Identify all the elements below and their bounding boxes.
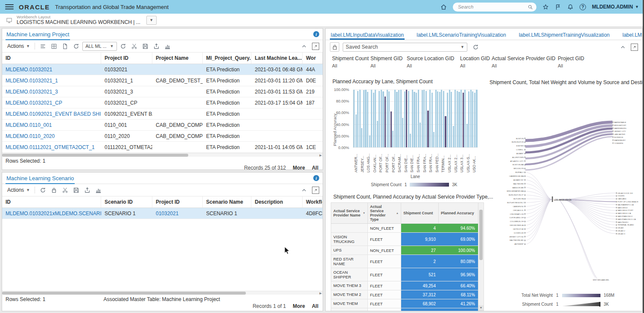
column-header[interactable]: Description [251, 196, 303, 208]
table-row[interactable]: MLDEMO.0110_0010110_001CAB_DEMO_COMPLE..… [2, 120, 323, 131]
maximize-icon[interactable] [312, 187, 319, 194]
chart-icon[interactable] [163, 41, 172, 51]
filter-shipment-gid[interactable]: Shipment GIDAll [370, 56, 402, 68]
row-id-link[interactable]: MLDEMO.01032021xMLDEMO.SCENARIO 1 [2, 208, 101, 219]
filter-value[interactable]: All [332, 63, 369, 68]
user-menu[interactable]: MLDEMO.ADMIN ▼ [592, 4, 639, 10]
scrollbar-thumb[interactable] [479, 210, 483, 260]
filter-actual-service-provider-gid[interactable]: Actual Service Provider GIDAll [492, 56, 555, 68]
refresh-icon[interactable] [38, 185, 47, 195]
actions-menu-button[interactable]: Actions▼ [6, 43, 32, 49]
table-row[interactable]: MLDEMO.0110_20200110_2020CAB_DEMO_COMPLE… [2, 131, 323, 142]
row-id-link[interactable]: MLDEMO.01032021_1 [2, 75, 101, 86]
column-header[interactable]: Project ID [152, 196, 203, 208]
maximize-icon[interactable] [631, 44, 638, 51]
cut-icon[interactable] [60, 185, 70, 195]
row-id-link[interactable]: MLDEMO.01092021_EVENT BASED SHIPMENTS [2, 108, 101, 119]
tab-label-lmlshipmenttrainingvisualization[interactable]: label.LMLShipmentTrainingVisualization [518, 30, 611, 40]
column-header[interactable]: Scenario ID [101, 196, 152, 208]
workbench-layout-selector[interactable]: Workbench Layout LOGISTICS MACHINE LEARN… [17, 15, 140, 26]
column-header[interactable]: ID [2, 196, 101, 208]
horizontal-scrollbar[interactable]: ▶ [2, 291, 323, 295]
all-link[interactable]: All [312, 165, 318, 170]
tab-label-lmlinputdatavisualization[interactable]: label.LMLInputDataVisualization [330, 30, 405, 40]
column-header[interactable]: ID [2, 53, 101, 64]
cut-icon[interactable] [130, 41, 139, 51]
row-id-link[interactable]: MLDEMO.0110_001 [2, 120, 101, 130]
row-id-link[interactable]: MLDEMO.01032021_3 [2, 86, 101, 97]
table-row[interactable]: MLDEMO.01032021_301032021_3ETA Predictio… [2, 86, 323, 97]
filter-value[interactable]: All [492, 63, 555, 68]
save-icon[interactable] [71, 185, 81, 195]
provider-column-header[interactable]: Shipment Count [401, 203, 439, 223]
column-header[interactable]: Project ID [101, 53, 152, 64]
filter-shipment-count[interactable]: Shipment CountAll [332, 56, 369, 68]
table-row[interactable]: MLDEMO.0103202101032021ETA Prediction202… [2, 64, 323, 75]
column-header[interactable]: Scenario Name [203, 196, 251, 208]
lock-icon[interactable] [330, 42, 339, 52]
flag-icon[interactable] [555, 4, 561, 10]
scroll-right-icon[interactable]: ▶ [320, 291, 322, 295]
view-menu-icon[interactable] [38, 41, 47, 51]
export-icon[interactable] [152, 41, 161, 51]
collapse-icon[interactable] [299, 185, 309, 195]
lock-icon[interactable] [49, 185, 58, 195]
query-filter-select[interactable]: ALL ML ...▼ [82, 42, 117, 51]
scroll-right-icon[interactable]: ▶ [320, 153, 322, 157]
document-icon[interactable] [60, 41, 70, 51]
all-link[interactable]: All [312, 303, 318, 309]
hamburger-menu-icon[interactable] [5, 4, 14, 9]
favorites-icon[interactable] [542, 4, 549, 10]
provider-column-header[interactable]: Planned Accuracy [439, 203, 478, 223]
table-row[interactable]: MLDEMO.01092021_EVENT BASED SHIPMENTS010… [2, 108, 323, 120]
collapse-icon[interactable] [618, 42, 627, 52]
filter-value[interactable]: All [370, 63, 402, 68]
column-header[interactable]: Ml_Project_Query... [203, 53, 251, 64]
table-row[interactable]: MLDEMO.01112021_OTMETA2OCT_101112021_OTM… [2, 142, 323, 153]
row-id-link[interactable]: MLDEMO.01032021_CP [2, 97, 101, 108]
row-id-link[interactable]: MLDEMO.01032021 [2, 64, 101, 75]
save-icon[interactable] [141, 41, 150, 51]
column-header[interactable]: Wor [303, 53, 323, 64]
filter-value[interactable]: All [558, 63, 584, 68]
actions-menu-button[interactable]: Actions▼ [6, 187, 32, 193]
filter-location-gid[interactable]: Location GIDAll [460, 56, 490, 68]
scrollbar-thumb[interactable] [2, 154, 188, 157]
filter-value[interactable]: All [407, 63, 454, 68]
saved-search-select[interactable]: Saved Search▼ [343, 43, 467, 52]
info-icon[interactable]: i [313, 175, 319, 181]
refresh-icon[interactable] [119, 41, 128, 51]
grid-view-icon[interactable] [49, 41, 58, 51]
filter-source-location-gid[interactable]: Source Location GIDAll [407, 56, 454, 68]
sync-icon[interactable] [71, 41, 81, 51]
filter-project-gid[interactable]: Project GIDAll [558, 56, 584, 68]
chart-icon[interactable] [93, 185, 103, 195]
collapse-icon[interactable] [299, 41, 309, 51]
scroll-down-icon[interactable]: ▼ [478, 305, 484, 310]
vertical-scrollbar[interactable]: ▼ [478, 202, 484, 311]
more-link[interactable]: More [293, 165, 305, 170]
maximize-icon[interactable] [312, 43, 319, 50]
refresh-icon[interactable] [471, 42, 480, 52]
workbench-dropdown-icon[interactable]: ▼ [146, 16, 157, 25]
row-id-link[interactable]: 01032021 [152, 208, 203, 219]
more-link[interactable]: More [293, 303, 305, 309]
export-icon[interactable] [82, 185, 92, 195]
scrollbar-thumb[interactable] [2, 292, 246, 295]
horizontal-scrollbar[interactable]: ▶ [2, 153, 323, 157]
help-icon[interactable]: ? [580, 4, 586, 10]
global-search-input[interactable]: Search [453, 3, 536, 12]
row-id-link[interactable]: MLDEMO.01112021_OTMETA2OCT_1 [2, 142, 101, 152]
provider-column-header[interactable]: Actual Service Provider Name▼ [331, 203, 368, 223]
table-row[interactable]: MLDEMO.01032021_CP01032021_CPETA Predict… [2, 97, 323, 108]
row-id-link[interactable]: MLDEMO.0110_2020 [2, 131, 101, 141]
column-header[interactable]: Last Machine Lea... [251, 53, 303, 64]
home-icon[interactable] [440, 4, 447, 10]
info-icon[interactable]: i [313, 31, 319, 37]
table-row[interactable]: MLDEMO.01032021xMLDEMO.SCENARIO 1SCENARI… [2, 208, 323, 219]
tab-label-lmlshipme[interactable]: label.LMLShipme [622, 30, 643, 40]
search-icon[interactable] [527, 4, 533, 10]
notifications-icon[interactable] [567, 4, 574, 10]
column-header[interactable]: Project Name [152, 53, 203, 64]
table-row[interactable]: MLDEMO.01032021_101032021_1CAB_DEMO_TEST… [2, 75, 323, 86]
